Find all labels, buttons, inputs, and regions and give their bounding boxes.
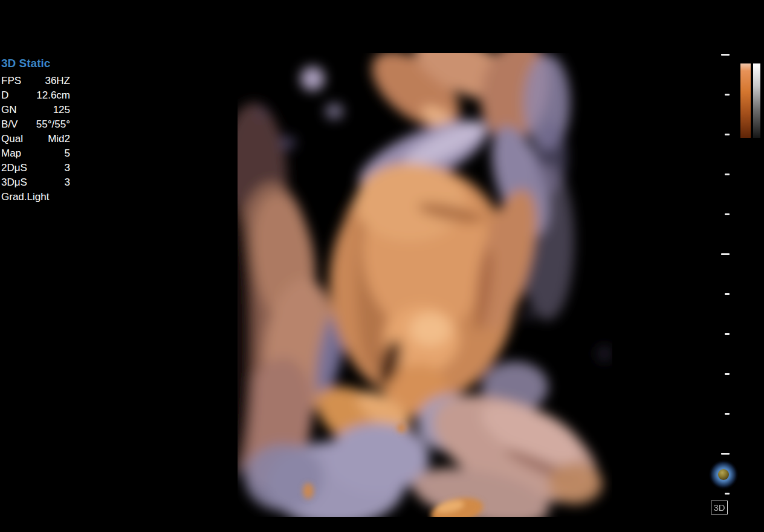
param-label: Qual xyxy=(1,132,23,146)
param-row-depth: D12.6cm xyxy=(1,88,70,103)
param-label: Grad.Light xyxy=(1,190,49,204)
param-row-2dus: 2DμS3 xyxy=(1,161,70,175)
param-row-3dus: 3DμS3 xyxy=(1,175,70,190)
colorbar-3d-tint xyxy=(740,63,751,138)
param-value: 3 xyxy=(65,175,70,190)
ultrasound-screen: SonoScape DRA. WENDY APONTE IRIS LIZBETH… xyxy=(0,0,764,532)
param-value: 5 xyxy=(65,146,70,161)
param-row-fps: FPS36HZ xyxy=(1,74,70,88)
mode-3d-badge[interactable]: 3D xyxy=(711,501,728,514)
param-value: 125 xyxy=(53,103,70,117)
ultrasound-3d-viewport[interactable] xyxy=(0,0,764,532)
param-label: FPS xyxy=(1,74,21,88)
param-label: 2DμS xyxy=(1,161,27,175)
trackball-ball-icon xyxy=(718,469,729,480)
trackball-indicator-icon xyxy=(709,460,738,489)
parameter-panel: 3D Static FPS36HZ D12.6cm GN125 B/V55°/5… xyxy=(1,56,70,204)
param-label: Map xyxy=(1,146,21,161)
param-label: B/V xyxy=(1,117,18,132)
param-row-map: Map5 xyxy=(1,146,70,161)
param-value: 36HZ xyxy=(45,74,70,88)
param-value: Mid2 xyxy=(48,132,70,146)
param-value: 12.6cm xyxy=(36,88,70,103)
param-row-gain: GN125 xyxy=(1,103,70,117)
param-row-bv: B/V55°/55° xyxy=(1,117,70,132)
colorbar-grayscale xyxy=(753,63,760,138)
param-row-gradlight: Grad.Light xyxy=(1,190,70,204)
mode-title: 3D Static xyxy=(1,56,70,71)
param-row-qual: QualMid2 xyxy=(1,132,70,146)
param-label: D xyxy=(1,88,8,103)
param-value: 3 xyxy=(65,161,70,175)
param-label: GN xyxy=(1,103,17,117)
param-label: 3DμS xyxy=(1,175,27,190)
param-value: 55°/55° xyxy=(36,117,70,132)
